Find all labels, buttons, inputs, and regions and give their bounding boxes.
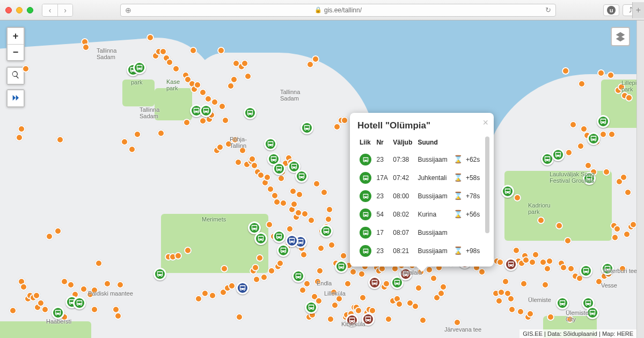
stop-marker[interactable] (507, 295, 515, 303)
window-maximize[interactable] (27, 7, 33, 13)
stop-marker[interactable] (625, 94, 633, 102)
stop-marker[interactable] (565, 149, 573, 156)
stop-marker[interactable] (300, 251, 308, 258)
vehicle-marker[interactable] (133, 61, 146, 74)
popup-scroll[interactable]: Liik Nr Väljub Suund 2307:38Bussijaam+62… (357, 136, 491, 260)
departure-row[interactable]: 1708:07Bussijaam (357, 224, 483, 242)
stop-marker[interactable] (183, 119, 191, 126)
zoom-out-button[interactable]: − (8, 44, 24, 60)
search-button[interactable] (8, 68, 24, 84)
stop-marker[interactable] (412, 303, 419, 310)
vehicle-marker[interactable] (153, 268, 166, 281)
vehicle-marker[interactable] (320, 225, 333, 238)
stop-marker[interactable] (56, 136, 64, 143)
stop-marker[interactable] (333, 123, 341, 131)
stop-marker[interactable] (256, 254, 264, 262)
vehicle-marker[interactable] (580, 264, 592, 277)
stop-marker[interactable] (189, 47, 197, 54)
stop-marker[interactable] (383, 280, 390, 287)
stop-marker[interactable] (253, 276, 260, 283)
stop-marker[interactable] (437, 290, 445, 297)
stop-marker[interactable] (266, 221, 273, 228)
stop-marker[interactable] (385, 315, 392, 323)
vehicle-marker[interactable] (552, 148, 565, 161)
map[interactable]: + − Tallinna SadamTallinna SadamTallinna… (0, 20, 636, 338)
stop-marker[interactable] (564, 237, 572, 244)
stop-marker[interactable] (537, 217, 545, 224)
stop-marker[interactable] (172, 65, 180, 73)
departure-row[interactable]: 2307:38Bussijaam+62s (357, 150, 483, 169)
stop-marker[interactable] (599, 131, 607, 138)
stop-marker[interactable] (264, 174, 271, 181)
stop-marker[interactable] (541, 281, 549, 289)
stop-marker[interactable] (184, 247, 192, 254)
vehicle-marker[interactable] (73, 297, 86, 310)
stop-marker[interactable] (349, 268, 357, 276)
zoom-in-button[interactable]: + (8, 28, 24, 44)
stop-marker[interactable] (236, 313, 243, 321)
stop-marker[interactable] (623, 231, 631, 238)
attr-data[interactable]: Data: Sõiduplaanid (547, 330, 597, 337)
stop-marker[interactable] (194, 81, 201, 89)
stop-marker[interactable] (209, 292, 216, 299)
popup-scrollbar[interactable] (485, 136, 489, 233)
vehicle-marker[interactable] (273, 230, 286, 243)
stop-marker[interactable] (199, 89, 207, 96)
stop-marker[interactable] (607, 71, 614, 79)
stop-marker[interactable] (326, 206, 333, 213)
stop-marker[interactable] (316, 267, 324, 275)
stop-marker[interactable] (529, 258, 536, 266)
stop-marker[interactable] (578, 80, 586, 88)
stop-marker[interactable] (22, 65, 30, 73)
new-tab-button[interactable]: + (632, 2, 644, 18)
stop-marker[interactable] (440, 283, 447, 291)
window-minimize[interactable] (16, 7, 23, 13)
stop-marker[interactable] (613, 225, 621, 233)
window-close[interactable] (5, 7, 12, 13)
stop-marker[interactable] (508, 306, 516, 313)
stop-marker[interactable] (496, 258, 504, 266)
stop-marker[interactable] (277, 175, 285, 182)
stop-marker[interactable] (16, 134, 23, 141)
stop-marker[interactable] (344, 280, 352, 287)
stop-marker[interactable] (312, 55, 319, 63)
stop-marker[interactable] (241, 60, 248, 67)
stop-marker[interactable] (303, 280, 311, 287)
stop-marker[interactable] (396, 300, 403, 308)
stop-marker[interactable] (513, 247, 520, 254)
sidebar-button[interactable]: ⊕ (125, 6, 131, 15)
stop-marker[interactable] (624, 189, 632, 196)
stop-marker[interactable] (560, 264, 567, 271)
stop-marker[interactable] (584, 162, 592, 169)
vehicle-marker[interactable] (305, 301, 318, 314)
stop-marker[interactable] (114, 312, 122, 320)
stop-marker[interactable] (228, 282, 236, 290)
stop-marker[interactable] (217, 47, 225, 54)
stop-marker[interactable] (216, 143, 224, 151)
stop-marker[interactable] (308, 217, 315, 224)
vehicle-marker[interactable] (277, 244, 290, 257)
stop-marker[interactable] (147, 34, 154, 41)
back-button[interactable]: ‹ (42, 4, 57, 16)
stop-marker[interactable] (327, 315, 334, 323)
stop-marker[interactable] (82, 44, 90, 51)
stop-marker[interactable] (603, 168, 610, 176)
stop-marker[interactable] (569, 121, 577, 128)
stop-marker[interactable] (260, 274, 268, 281)
vehicle-marker[interactable] (301, 121, 313, 134)
stop-marker[interactable] (244, 73, 252, 80)
vehicle-marker[interactable] (254, 232, 267, 245)
stop-marker[interactable] (478, 268, 486, 276)
stop-marker[interactable] (290, 200, 298, 208)
stop-marker[interactable] (547, 313, 554, 321)
stop-marker[interactable] (301, 210, 309, 218)
stop-marker[interactable] (222, 117, 229, 124)
stop-marker[interactable] (546, 257, 553, 265)
vehicle-marker[interactable] (292, 270, 305, 283)
stop-marker[interactable] (18, 125, 25, 133)
stop-marker[interactable] (555, 222, 563, 229)
stop-marker[interactable] (495, 297, 503, 305)
vehicle-marker[interactable] (264, 138, 277, 150)
stop-marker[interactable] (218, 103, 226, 110)
stop-marker[interactable] (67, 281, 75, 289)
